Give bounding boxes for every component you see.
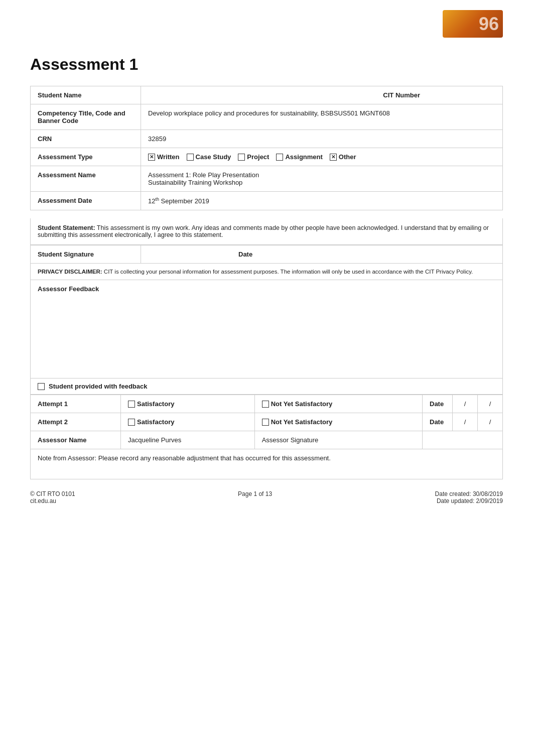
assignment-checkbox — [276, 154, 283, 161]
attempt-1-date-slash: / — [453, 395, 478, 413]
attempt-2-satisfactory: Satisfactory — [121, 413, 255, 431]
page-footer: © CIT RTO 0101 cit.edu.au Page 1 of 13 D… — [30, 490, 503, 505]
privacy-text: CIT is collecting your personal informat… — [102, 269, 473, 275]
assessment-name-line1: Assessment 1: Role Play Presentation — [148, 171, 495, 179]
checkbox-casestudy: Case Study — [187, 153, 231, 161]
project-checkbox — [238, 154, 245, 161]
page-container: 96 Assessment 1 Student Name CIT Number … — [0, 0, 533, 520]
footer-left: © CIT RTO 0101 cit.edu.au — [30, 490, 75, 505]
checkbox-project: Project — [238, 153, 269, 161]
footer-right-line2: Date updated: 2/09/2019 — [435, 497, 503, 505]
attempt-1-label: Attempt 1 — [31, 395, 121, 413]
date-label: Date — [238, 250, 252, 258]
checkbox-satisfactory-1: Satisfactory — [128, 400, 247, 408]
main-info-table: Student Name CIT Number Competency Title… — [30, 86, 503, 210]
assessment-type-row: Assessment Type Written Case Study — [31, 148, 503, 166]
notyet-2-label: Not Yet Satisfactory — [271, 418, 333, 426]
logo-number: 96 — [479, 14, 499, 35]
attempt-1-satisfactory: Satisfactory — [121, 395, 255, 413]
assessor-feedback-title: Assessor Feedback — [38, 285, 495, 293]
student-name-value: CIT Number — [141, 86, 502, 104]
footer-right: Date created: 30/08/2019 Date updated: 2… — [435, 490, 503, 505]
signature-table: Student Signature Date — [30, 245, 503, 264]
assessor-sig-label: Assessor Signature — [254, 431, 422, 449]
cit-number-value — [420, 91, 495, 99]
casestudy-checkbox — [187, 154, 194, 161]
table-row: Assessment Date 12th September 2019 — [31, 192, 503, 210]
table-row: Competency Title, Code and Banner Code D… — [31, 104, 503, 130]
logo-area: 96 — [443, 10, 503, 38]
privacy-disclaimer: PRIVACY DISCLAIMER: CIT is collecting yo… — [30, 264, 503, 280]
logo-box: 96 — [443, 10, 503, 38]
attempt-table: Attempt 1 Satisfactory Not Yet Satisfact… — [30, 395, 503, 449]
notyet-1-label: Not Yet Satisfactory — [271, 400, 333, 408]
student-feedback-checkbox — [38, 383, 45, 390]
notyet-1-checkbox — [262, 401, 269, 408]
assessment-type-options-cell: Written Case Study Project — [141, 148, 503, 166]
attempt-1-row: Attempt 1 Satisfactory Not Yet Satisfact… — [31, 395, 503, 413]
attempt-2-date-slash: / — [453, 413, 478, 431]
written-checkbox — [148, 154, 155, 161]
note-from-assessor: Note from Assessor: Please record any re… — [30, 449, 503, 479]
other-label: Other — [339, 153, 356, 161]
attempt-2-date-slash2: / — [478, 413, 503, 431]
casestudy-label: Case Study — [196, 153, 231, 161]
assessment-type-label: Assessment Type — [31, 148, 141, 166]
assessor-name-row: Assessor Name Jacqueline Purves Assessor… — [31, 431, 503, 449]
checkbox-assignment: Assignment — [276, 153, 322, 161]
footer-left-line1: © CIT RTO 0101 — [30, 490, 75, 497]
assessor-name-label: Assessor Name — [31, 431, 121, 449]
assessment-name-label: Assessment Name — [31, 166, 141, 192]
attempt-2-not-yet: Not Yet Satisfactory — [254, 413, 422, 431]
notyet-2-checkbox — [262, 419, 269, 426]
attempt-1-not-yet: Not Yet Satisfactory — [254, 395, 422, 413]
footer-left-line2: cit.edu.au — [30, 497, 75, 505]
signature-row: Student Signature Date — [31, 245, 503, 264]
checkbox-satisfactory-2: Satisfactory — [128, 418, 247, 426]
assessment-type-options: Written Case Study Project — [148, 153, 495, 161]
student-feedback-check: Student provided with feedback — [30, 379, 503, 395]
written-label: Written — [157, 153, 180, 161]
student-statement-text: This assessment is my own work. Any idea… — [38, 224, 489, 238]
crn-value: 32859 — [141, 130, 503, 148]
attempt-2-row: Attempt 2 Satisfactory Not Yet Satisfact… — [31, 413, 503, 431]
satisfactory-2-checkbox — [128, 419, 135, 426]
attempt-1-date-slash2: / — [478, 395, 503, 413]
assessor-feedback-section: Assessor Feedback — [30, 280, 503, 379]
student-statement: Student Statement: This assessment is my… — [30, 218, 503, 245]
assessment-date-value: 12th September 2019 — [141, 192, 503, 210]
competency-value: Develop workplace policy and procedures … — [141, 104, 503, 130]
student-name-label: Student Name — [31, 86, 141, 104]
assessment-name-line2: Sustainability Training Workshop — [148, 179, 495, 186]
attempt-1-date-label: Date — [423, 395, 453, 413]
student-signature-label: Student Signature — [31, 245, 141, 264]
footer-center: Page 1 of 13 — [238, 490, 272, 505]
table-row: Student Name CIT Number — [31, 86, 503, 104]
attempt-2-label: Attempt 2 — [31, 413, 121, 431]
student-statement-bold: Student Statement: — [38, 224, 95, 231]
note-from-assessor-text: Note from Assessor: Please record any re… — [38, 454, 331, 462]
student-signature-value: Date — [141, 245, 503, 264]
assessor-name-value: Jacqueline Purves — [121, 431, 255, 449]
cit-number-label: CIT Number — [383, 91, 420, 99]
assessor-sig-value — [423, 431, 503, 449]
project-label: Project — [247, 153, 269, 161]
checkbox-notyet-2: Not Yet Satisfactory — [262, 418, 415, 426]
satisfactory-1-label: Satisfactory — [137, 400, 174, 408]
privacy-bold: PRIVACY DISCLAIMER: — [38, 269, 102, 275]
checkbox-notyet-1: Not Yet Satisfactory — [262, 400, 415, 408]
assignment-label: Assignment — [285, 153, 322, 161]
attempt-2-date-label: Date — [423, 413, 453, 431]
satisfactory-2-label: Satisfactory — [137, 418, 174, 426]
assessment-name-value: Assessment 1: Role Play Presentation Sus… — [141, 166, 503, 192]
checkbox-written: Written — [148, 153, 180, 161]
footer-right-line1: Date created: 30/08/2019 — [435, 490, 503, 497]
satisfactory-1-checkbox — [128, 401, 135, 408]
table-row: CRN 32859 — [31, 130, 503, 148]
crn-label: CRN — [31, 130, 141, 148]
student-feedback-label: Student provided with feedback — [49, 383, 147, 390]
checkbox-other: Other — [330, 153, 356, 161]
table-row: Assessment Name Assessment 1: Role Play … — [31, 166, 503, 192]
page-title: Assessment 1 — [30, 55, 503, 74]
other-checkbox — [330, 154, 337, 161]
